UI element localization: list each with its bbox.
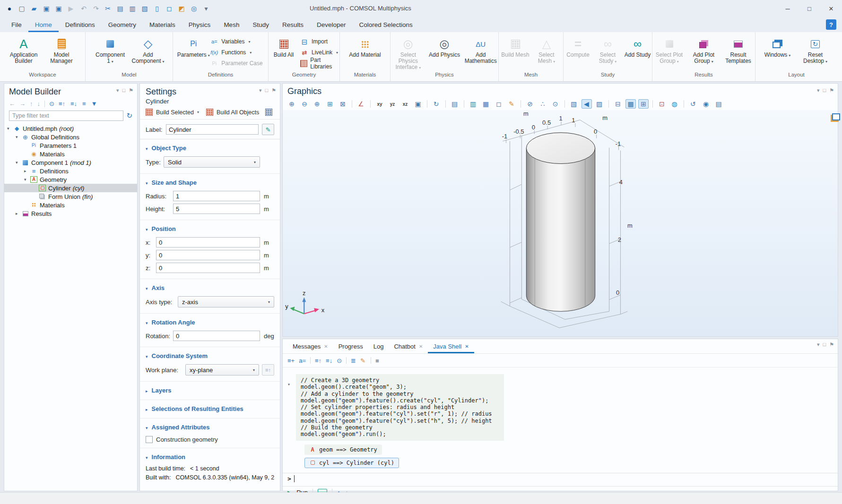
1[interactable]: □: [823, 342, 826, 348]
section-header-position[interactable]: Position: [146, 222, 274, 235]
section-header-object-type[interactable]: Object Type: [146, 142, 274, 154]
33[interactable]: [652, 100, 653, 108]
tree-expander-icon[interactable]: [16, 211, 22, 216]
13[interactable]: ◻: [164, 2, 175, 15]
7[interactable]: [370, 100, 371, 108]
ribbon-button[interactable]: Select Study▾: [593, 35, 622, 65]
ribbon-button[interactable]: Parameters▾: [178, 35, 208, 59]
refresh-icon[interactable]: ↻: [126, 111, 132, 120]
tab-0[interactable]: Messages ✕: [287, 339, 333, 353]
5[interactable]: ▶: [65, 2, 77, 15]
tree-item[interactable]: Materials: [4, 201, 137, 209]
build-preceding-icon[interactable]: [265, 109, 272, 116]
ribbon-button[interactable]: Select Plot Group▾: [652, 35, 686, 65]
menu-tab[interactable]: Results: [276, 17, 310, 32]
1[interactable]: □: [265, 87, 268, 94]
rotation-input[interactable]: [173, 331, 260, 341]
25[interactable]: [564, 100, 565, 108]
30[interactable]: ⊟: [613, 99, 623, 109]
menu-tab[interactable]: Study: [246, 17, 276, 32]
ribbon-small-button[interactable]: LiveLink ▾: [300, 48, 339, 57]
20[interactable]: ✎: [506, 99, 517, 109]
tree-item[interactable]: Geometry: [4, 175, 137, 184]
9[interactable]: ▤: [114, 2, 126, 15]
3[interactable]: ⊞: [325, 99, 335, 109]
2[interactable]: [310, 357, 311, 364]
21[interactable]: [521, 100, 521, 108]
36[interactable]: [684, 100, 684, 108]
code-fold-icon[interactable]: ▾: [287, 382, 290, 387]
position-input[interactable]: [156, 237, 260, 248]
5[interactable]: [352, 100, 352, 108]
code-block[interactable]: // Create a 3D geometry model.geom().cre…: [296, 374, 504, 441]
3[interactable]: ≡↑: [315, 357, 321, 364]
38[interactable]: ◉: [701, 99, 711, 109]
build-all-objects-button[interactable]: Build All Objects: [217, 109, 259, 116]
tab-close-icon[interactable]: ✕: [419, 344, 423, 349]
ribbon-button[interactable]: Select Mesh▾: [531, 35, 562, 65]
34[interactable]: ⊡: [657, 99, 667, 109]
0[interactable]: ▾: [259, 87, 262, 94]
2[interactable]: ⊕: [312, 99, 322, 109]
ribbon-button[interactable]: Reset Desktop▾: [797, 35, 834, 65]
22[interactable]: ⊘: [525, 99, 535, 109]
11[interactable]: ▧: [139, 2, 150, 15]
0[interactable]: ▾: [817, 342, 820, 348]
29[interactable]: [608, 100, 609, 108]
10[interactable]: ▥: [127, 2, 138, 15]
35[interactable]: ◍: [669, 99, 680, 109]
menu-tab[interactable]: Definitions: [59, 17, 102, 32]
tab-close-icon[interactable]: ✕: [324, 344, 328, 349]
menu-tab[interactable]: Developer: [310, 17, 353, 32]
ribbon-button[interactable]: Add Physics▾: [427, 35, 462, 58]
ribbon-small-button[interactable]: Variables ▾: [209, 37, 262, 46]
tab-3[interactable]: Chatbot ✕: [389, 339, 428, 353]
ribbon-button[interactable]: Add Material: [347, 35, 383, 58]
2[interactable]: ⚑: [129, 87, 133, 94]
ribbon-button[interactable]: Build All▾: [269, 35, 299, 58]
size-input[interactable]: [173, 204, 260, 214]
0[interactable]: ▾: [817, 87, 820, 94]
ribbon-button[interactable]: Component 1▾: [92, 35, 129, 65]
section-header-selections[interactable]: Selections of Resulting Entities: [146, 402, 274, 415]
8[interactable]: ≡: [82, 100, 87, 107]
17[interactable]: ▥: [468, 99, 478, 109]
object-type-dropdown[interactable]: Solid▾: [164, 156, 260, 168]
1[interactable]: □: [823, 87, 826, 94]
ribbon-small-button[interactable]: Import ▾: [300, 37, 339, 46]
12[interactable]: [427, 100, 427, 108]
graphics-canvas[interactable]: m -1 -0.5 0 0.5 1 1 m 0 -1 4 m 2 0: [283, 110, 838, 336]
tab-close-icon[interactable]: ✕: [465, 344, 469, 349]
0[interactable]: ⊕: [286, 99, 297, 109]
section-header-size-shape[interactable]: Size and Shape: [146, 176, 274, 188]
8[interactable]: ✂: [102, 2, 113, 15]
tree-expander-icon[interactable]: [24, 177, 30, 182]
19[interactable]: ◻: [494, 99, 504, 109]
help-button[interactable]: ?: [826, 19, 836, 30]
section-header-layers[interactable]: Layers: [146, 384, 274, 396]
7[interactable]: ↷: [90, 2, 101, 15]
menu-tab[interactable]: Materials: [143, 17, 182, 32]
0[interactable]: ▾: [116, 87, 119, 94]
15[interactable]: ▤: [450, 99, 460, 109]
2[interactable]: ⚑: [829, 87, 834, 94]
go-to-work-plane-icon[interactable]: ≡↑: [262, 364, 274, 376]
ribbon-button[interactable]: Add Plot Group▾: [687, 35, 720, 65]
12[interactable]: ▯: [151, 2, 163, 15]
3[interactable]: ↓: [37, 100, 41, 107]
10[interactable]: xz: [400, 99, 410, 109]
menu-tab[interactable]: Mesh: [217, 17, 246, 32]
2[interactable]: ⚑: [829, 342, 834, 348]
ribbon-button[interactable]: Application Builder▾: [5, 35, 42, 64]
9[interactable]: [371, 357, 371, 364]
6[interactable]: ↶: [78, 2, 89, 15]
14[interactable]: [445, 100, 446, 108]
section-header-rotation[interactable]: Rotation Angle: [146, 316, 274, 328]
1[interactable]: ⊖: [299, 99, 310, 109]
tree-expander-icon[interactable]: [16, 160, 22, 165]
16[interactable]: ▾: [200, 2, 212, 15]
ribbon-button[interactable]: Result Templates▾: [721, 35, 755, 64]
ribbon-button[interactable]: Add Study▾: [623, 35, 652, 58]
axis-type-dropdown[interactable]: z-axis▾: [178, 296, 274, 308]
construction-geometry-checkbox[interactable]: [146, 436, 153, 443]
